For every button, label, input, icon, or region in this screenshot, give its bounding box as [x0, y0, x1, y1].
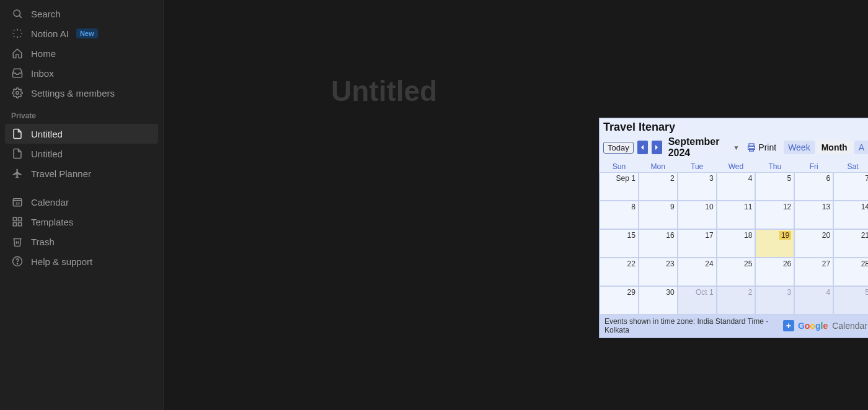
sidebar-notion-ai[interactable]: Notion AI New	[5, 24, 158, 43]
sidebar-settings[interactable]: Settings & members	[5, 83, 158, 103]
day-cell[interactable]: 11	[717, 201, 756, 229]
sidebar-page-untitled-1[interactable]: Untitled	[5, 124, 158, 144]
day-cell[interactable]: 19	[755, 229, 794, 258]
day-cell[interactable]: 20	[794, 229, 833, 258]
day-cell[interactable]: 16	[639, 229, 678, 258]
dow-cell: Fri	[794, 161, 833, 172]
day-cell[interactable]: 22	[600, 258, 639, 286]
day-cell[interactable]: 23	[639, 258, 678, 286]
day-number: 19	[779, 231, 791, 240]
sidebar-calendar[interactable]: 19 Calendar	[5, 192, 158, 212]
calendar-grid: SunMonTueWedThuFriSat Sep 12345678910111…	[600, 161, 868, 315]
timezone-label: Events shown in time zone: India Standar…	[604, 317, 783, 334]
dow-cell: Sun	[600, 161, 639, 172]
sidebar-search[interactable]: Search	[5, 4, 158, 24]
day-cell[interactable]: 30	[639, 286, 678, 315]
sidebar-page-untitled-2[interactable]: Untitled	[5, 144, 158, 164]
day-number: 8	[631, 203, 636, 211]
day-cell[interactable]: 10	[678, 201, 717, 229]
day-cell[interactable]: 25	[717, 258, 756, 286]
trash-icon	[11, 235, 24, 248]
page-title[interactable]: Untitled	[331, 74, 437, 108]
day-cell[interactable]: 4	[794, 286, 833, 315]
day-number: 14	[861, 203, 868, 211]
home-icon	[11, 47, 24, 59]
day-cell[interactable]: 2	[717, 286, 756, 315]
day-cell[interactable]: 5	[755, 172, 794, 201]
view-tab-month[interactable]: Month	[817, 141, 852, 154]
day-cell[interactable]: 24	[678, 258, 717, 286]
calendar-title: Travel Itenary	[600, 118, 868, 135]
day-cell[interactable]: 13	[794, 201, 833, 229]
sidebar-trash[interactable]: Trash	[5, 232, 158, 251]
week-row: 891011121314	[600, 201, 868, 229]
svg-line-1	[19, 15, 21, 17]
day-cell[interactable]: 27	[794, 258, 833, 286]
day-cell[interactable]: 4	[717, 172, 756, 201]
day-cell[interactable]: Sep 1	[600, 172, 639, 201]
calendar-toolbar: Today September 2024 ▼ Print Week Month …	[600, 135, 868, 161]
dow-cell: Thu	[755, 161, 794, 172]
day-cell[interactable]: 2	[639, 172, 678, 201]
svg-rect-7	[19, 217, 22, 220]
day-number: 26	[783, 260, 791, 268]
sidebar-help[interactable]: Help & support	[5, 251, 158, 271]
day-cell[interactable]: 8	[600, 201, 639, 229]
day-cell[interactable]: 14	[833, 201, 868, 229]
sidebar-page-travel-planner[interactable]: Travel Planner	[5, 164, 158, 183]
prev-month-button[interactable]	[637, 141, 648, 154]
calendar-footer: Events shown in time zone: India Standar…	[600, 315, 868, 337]
day-number: 2	[748, 288, 753, 297]
day-cell[interactable]: 21	[833, 229, 868, 258]
day-cell[interactable]: 18	[717, 229, 756, 258]
day-cell[interactable]: 3	[678, 172, 717, 201]
day-number: 4	[826, 288, 830, 297]
month-label: September 2024	[668, 136, 727, 159]
sidebar-notion-ai-label: Notion AI	[31, 28, 69, 39]
day-cell[interactable]: 15	[600, 229, 639, 258]
day-cell[interactable]: Oct 1	[678, 286, 717, 315]
day-number: Sep 1	[616, 174, 635, 183]
view-tab-week[interactable]: Week	[784, 141, 815, 154]
page-icon	[11, 147, 24, 160]
add-calendar-button[interactable]: +	[783, 320, 794, 331]
day-number: 21	[861, 231, 868, 240]
day-cell[interactable]: 5	[833, 286, 868, 315]
sidebar-home[interactable]: Home	[5, 43, 158, 63]
today-button[interactable]: Today	[603, 142, 634, 154]
day-cell[interactable]: 17	[678, 229, 717, 258]
view-tab-agenda[interactable]: A	[854, 141, 868, 154]
day-number: 29	[627, 288, 635, 297]
next-month-button[interactable]	[652, 141, 662, 154]
day-cell[interactable]: 9	[639, 201, 678, 229]
day-number: 28	[861, 260, 868, 268]
month-dropdown-icon[interactable]: ▼	[733, 144, 739, 151]
day-cell[interactable]: 26	[755, 258, 794, 286]
sidebar: Search Notion AI New Home Inbox Settings…	[0, 0, 164, 410]
day-cell[interactable]: 12	[755, 201, 794, 229]
print-button[interactable]: Print	[746, 142, 776, 152]
sidebar-search-label: Search	[31, 9, 61, 19]
day-cell[interactable]: 28	[833, 258, 868, 286]
main-content: Untitled Travel Itenary Today September …	[164, 0, 868, 410]
day-number: 7	[865, 174, 868, 183]
day-number: 30	[666, 288, 674, 297]
day-number: 15	[627, 231, 635, 240]
day-cell[interactable]: 29	[600, 286, 639, 315]
svg-text:19: 19	[15, 201, 20, 206]
new-badge: New	[76, 28, 98, 38]
day-cell[interactable]: 7	[833, 172, 868, 201]
sidebar-inbox[interactable]: Inbox	[5, 63, 158, 83]
calendar-weeks: Sep 123456789101112131415161718192021222…	[600, 172, 868, 315]
sidebar-templates[interactable]: Templates	[5, 212, 158, 232]
day-number: 5	[787, 174, 792, 183]
day-number: 24	[705, 260, 713, 268]
print-icon	[746, 142, 756, 152]
day-cell[interactable]: 6	[794, 172, 833, 201]
google-logo: Google	[798, 321, 828, 331]
airplane-icon	[11, 167, 24, 180]
svg-rect-6	[13, 217, 16, 220]
gear-icon	[11, 87, 24, 99]
day-cell[interactable]: 3	[755, 286, 794, 315]
day-number: 13	[822, 203, 830, 211]
